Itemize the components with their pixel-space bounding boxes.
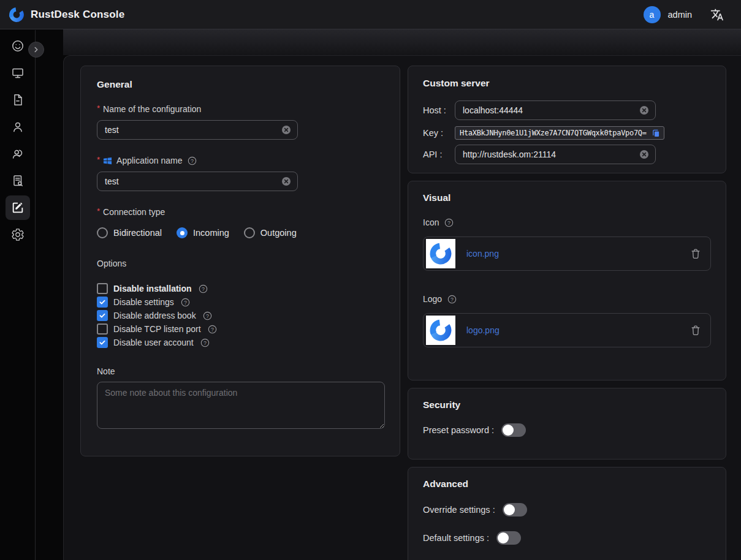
translate-icon[interactable]: [710, 8, 724, 21]
radio-bidirectional[interactable]: Bidirectional: [97, 227, 162, 238]
sidebar-item-users[interactable]: [6, 115, 30, 139]
svg-text:?: ?: [191, 157, 194, 164]
option-disable-tcp-listen-port[interactable]: Disable TCP listen port ?: [97, 322, 384, 336]
visual-title: Visual: [423, 192, 711, 203]
host-input[interactable]: [463, 105, 634, 115]
help-icon[interactable]: ?: [203, 311, 212, 320]
icon-file-link[interactable]: icon.png: [466, 249, 499, 259]
sidebar-item-dashboard[interactable]: [6, 34, 30, 58]
option-disable-settings[interactable]: Disable settings ?: [97, 295, 384, 309]
clear-icon[interactable]: [281, 125, 291, 135]
logo-thumbnail: [426, 316, 455, 345]
trash-icon[interactable]: [690, 324, 702, 336]
default-settings-row: Default settings :: [423, 531, 711, 545]
sidebar-item-groups[interactable]: [6, 142, 30, 166]
required-marker: *: [97, 104, 100, 113]
radio-icon[interactable]: [244, 227, 255, 238]
host-field: [455, 100, 656, 120]
checkbox-checked-icon[interactable]: [97, 337, 108, 348]
rustdesk-logo-icon: [9, 7, 25, 23]
gear-icon: [11, 228, 25, 241]
sidebar-item-settings[interactable]: [6, 222, 30, 247]
connection-type-radios: Bidirectional Incoming Outgoing: [97, 227, 384, 238]
custom-server-card: Custom server Host : Key : HtaXBkJNHyn0e…: [408, 66, 726, 173]
sidebar-item-devices[interactable]: [6, 61, 30, 85]
host-label: Host :: [423, 105, 455, 115]
monitor-icon: [11, 66, 25, 80]
clear-icon[interactable]: [639, 105, 649, 115]
clear-icon[interactable]: [281, 176, 291, 186]
note-textarea[interactable]: [97, 382, 385, 429]
copy-icon[interactable]: [652, 129, 661, 138]
chevron-right-icon: [32, 45, 40, 54]
app-name-field: [97, 172, 298, 191]
help-icon[interactable]: ?: [444, 218, 454, 227]
config-name-field: [97, 120, 298, 140]
option-disable-user-account[interactable]: Disable user account ?: [97, 336, 384, 349]
trash-icon[interactable]: [690, 248, 702, 260]
preset-password-toggle[interactable]: [501, 423, 526, 437]
config-name-label: * Name of the configuration: [97, 104, 384, 114]
avatar-letter: a: [650, 10, 655, 20]
checkbox-unchecked-icon[interactable]: [97, 283, 108, 294]
help-icon[interactable]: ?: [200, 338, 210, 347]
app-name-input[interactable]: [105, 176, 276, 186]
help-icon[interactable]: ?: [188, 156, 197, 165]
user-group-icon: [11, 147, 25, 161]
options-list: Disable installation ? Disable settings …: [97, 282, 384, 349]
svg-text:?: ?: [184, 299, 187, 305]
key-value: HtaXBkJNHyn0e1U1jWXze7A7CN7QTGWqxk0tpaVp…: [460, 129, 649, 137]
key-field[interactable]: HtaXBkJNHyn0e1U1jWXze7A7CN7QTGWqxk0tpaVp…: [455, 126, 664, 140]
sidebar: [0, 30, 36, 560]
sidebar-item-audit[interactable]: [6, 168, 30, 193]
radio-icon[interactable]: [97, 227, 108, 238]
sidebar-expand-button[interactable]: [28, 42, 44, 58]
required-marker: *: [97, 155, 100, 164]
sidebar-item-documents[interactable]: [6, 88, 30, 112]
override-settings-label: Override settings :: [423, 505, 495, 515]
api-input[interactable]: [463, 149, 634, 159]
general-card: General * Name of the configuration * Ap…: [80, 66, 400, 456]
app-name-label: * Application name ?: [97, 156, 384, 165]
option-disable-installation[interactable]: Disable installation ?: [97, 282, 384, 295]
override-settings-toggle[interactable]: [503, 503, 527, 516]
sidebar-item-custom-client[interactable]: [6, 195, 30, 220]
override-settings-row: Override settings :: [423, 503, 711, 516]
help-icon[interactable]: ?: [208, 325, 217, 334]
host-row: Host :: [423, 100, 711, 120]
toggle-knob: [498, 532, 509, 543]
help-icon[interactable]: ?: [181, 298, 190, 307]
radio-incoming[interactable]: Incoming: [177, 227, 229, 238]
edit-square-icon: [11, 201, 25, 214]
visual-card: Visual Icon ? icon.png Logo ?: [408, 181, 726, 380]
app-title: RustDesk Console: [31, 9, 124, 21]
logo-file-link[interactable]: logo.png: [466, 325, 500, 335]
checkbox-checked-icon[interactable]: [97, 310, 108, 321]
username[interactable]: admin: [668, 10, 693, 20]
user-icon: [11, 120, 25, 134]
checkbox-unchecked-icon[interactable]: [97, 324, 108, 335]
custom-server-title: Custom server: [423, 78, 711, 89]
svg-text:?: ?: [211, 326, 214, 332]
preset-password-row: Preset password :: [423, 423, 711, 437]
config-name-input[interactable]: [105, 125, 276, 135]
help-icon[interactable]: ?: [199, 284, 208, 293]
advanced-card: Advanced Override settings : Default set…: [408, 467, 726, 560]
api-field: [455, 145, 656, 164]
checkbox-checked-icon[interactable]: [97, 297, 108, 308]
radio-outgoing[interactable]: Outgoing: [244, 227, 297, 238]
brand: RustDesk Console: [9, 7, 124, 23]
help-icon[interactable]: ?: [447, 295, 457, 304]
option-disable-address-book[interactable]: Disable address book ?: [97, 309, 384, 322]
default-settings-label: Default settings :: [423, 533, 489, 543]
user-avatar[interactable]: a: [644, 6, 661, 23]
header-right: a admin: [644, 6, 724, 23]
app-header: RustDesk Console a admin: [0, 0, 741, 29]
file-icon: [11, 93, 25, 107]
note-label: Note: [97, 366, 384, 376]
options-label: Options: [97, 259, 384, 268]
default-settings-toggle[interactable]: [496, 531, 521, 545]
key-label: Key :: [423, 128, 455, 138]
radio-selected-icon[interactable]: [177, 227, 188, 238]
clear-icon[interactable]: [639, 149, 649, 159]
